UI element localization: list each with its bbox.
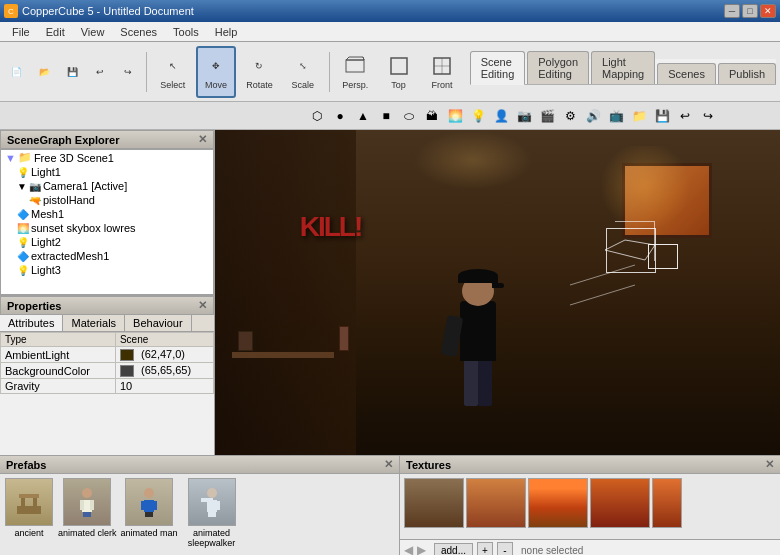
prefab-animated-man[interactable]: animated man bbox=[121, 478, 178, 538]
prefab-animated-sleepwalker[interactable]: animated sleepwalker bbox=[182, 478, 242, 548]
sg-item-2[interactable]: ▼ 📷 Camera1 [Active] bbox=[1, 179, 213, 193]
tab-publish[interactable]: Publish bbox=[718, 63, 776, 84]
tab-scene-editing[interactable]: Scene Editing bbox=[470, 51, 526, 85]
menu-file[interactable]: File bbox=[4, 24, 38, 40]
scroll-left-icon[interactable]: ◀ bbox=[404, 543, 413, 555]
prop-tab-attributes[interactable]: Attributes bbox=[0, 315, 63, 331]
undo-button[interactable]: ↩ bbox=[88, 46, 112, 98]
prefab-label-animated-sleepwalker: animated sleepwalker bbox=[182, 528, 242, 548]
select-icon: ↖ bbox=[161, 54, 185, 78]
prefab-label-ancient: ancient bbox=[14, 528, 43, 538]
scale-tool[interactable]: ⤡ Scale bbox=[283, 46, 322, 98]
prefab-ancient[interactable]: ancient bbox=[4, 478, 54, 538]
add-texture-button[interactable]: add... bbox=[434, 543, 473, 556]
open-icon: 📂 bbox=[32, 60, 56, 84]
tab-polygon-editing[interactable]: Polygon Editing bbox=[527, 51, 589, 84]
tool-14[interactable]: 📁 bbox=[628, 105, 650, 127]
top-label: Top bbox=[391, 80, 406, 90]
add-light-button[interactable]: 💡 bbox=[467, 105, 489, 127]
prop-type-ambient: AmbientLight bbox=[1, 347, 116, 363]
prop-tab-behaviour[interactable]: Behaviour bbox=[125, 315, 192, 331]
tab-scenes[interactable]: Scenes bbox=[657, 63, 716, 84]
persp-icon bbox=[343, 54, 367, 78]
save-icon: 💾 bbox=[60, 60, 84, 84]
prefabs-close[interactable]: ✕ bbox=[384, 458, 393, 471]
front-view[interactable]: Front bbox=[422, 46, 461, 98]
prop-value-gravity[interactable]: 10 bbox=[115, 379, 213, 394]
redo-button[interactable]: ↪ bbox=[116, 46, 140, 98]
add-skybox-button[interactable]: 🌅 bbox=[444, 105, 466, 127]
texture-minus-button[interactable]: - bbox=[497, 542, 513, 555]
add-character-button[interactable]: 👤 bbox=[490, 105, 512, 127]
sg-item-1[interactable]: 💡 Light1 bbox=[1, 165, 213, 179]
move-tool[interactable]: ✥ Move bbox=[196, 46, 235, 98]
tex-thumb-0[interactable] bbox=[404, 478, 464, 528]
tex-thumb-3[interactable] bbox=[590, 478, 650, 528]
add-cylinder-button[interactable]: ⬭ bbox=[398, 105, 420, 127]
textures-header: Textures ✕ bbox=[400, 456, 780, 474]
add-sphere-button[interactable]: ⬡ bbox=[306, 105, 328, 127]
persp-view[interactable]: Persp. bbox=[336, 46, 375, 98]
sg-item-8[interactable]: 💡 Light3 bbox=[1, 263, 213, 277]
menu-scenes[interactable]: Scenes bbox=[112, 24, 165, 40]
add-terrain-button[interactable]: 🏔 bbox=[421, 105, 443, 127]
maximize-button[interactable]: □ bbox=[742, 4, 758, 18]
prefab-animated-clerk[interactable]: animated clerk bbox=[58, 478, 117, 538]
save-button[interactable]: 💾 bbox=[60, 46, 84, 98]
prop-type-gravity: Gravity bbox=[1, 379, 116, 394]
properties-close[interactable]: ✕ bbox=[198, 299, 207, 312]
scene-graph-close[interactable]: ✕ bbox=[198, 133, 207, 146]
add-box-button[interactable]: ■ bbox=[375, 105, 397, 127]
menu-tools[interactable]: Tools bbox=[165, 24, 207, 40]
minimize-button[interactable]: ─ bbox=[724, 4, 740, 18]
titlebar-left: C CopperCube 5 - Untitled Document bbox=[4, 4, 194, 18]
tab-light-mapping[interactable]: Light Mapping bbox=[591, 51, 655, 84]
tex-thumb-4[interactable] bbox=[652, 478, 682, 528]
menu-view[interactable]: View bbox=[73, 24, 113, 40]
ambient-color-box bbox=[120, 349, 134, 361]
viewport[interactable]: KILL! bbox=[215, 130, 780, 455]
select-tool[interactable]: ↖ Select bbox=[153, 46, 192, 98]
sound-button[interactable]: 🔊 bbox=[582, 105, 604, 127]
tool-16[interactable]: ↩ bbox=[674, 105, 696, 127]
rotate-tool[interactable]: ↻ Rotate bbox=[240, 46, 279, 98]
add-camera-button[interactable]: 📷 bbox=[513, 105, 535, 127]
prop-tab-materials[interactable]: Materials bbox=[63, 315, 125, 331]
tool-15[interactable]: 💾 bbox=[651, 105, 673, 127]
svg-rect-22 bbox=[141, 501, 145, 510]
properties-panel: Properties ✕ Attributes Materials Behavi… bbox=[0, 295, 214, 455]
new-button[interactable]: 📄 bbox=[4, 46, 28, 98]
front-label: Front bbox=[431, 80, 452, 90]
menu-edit[interactable]: Edit bbox=[38, 24, 73, 40]
texture-plus-button[interactable]: + bbox=[477, 542, 493, 555]
scene-graph-list[interactable]: ▼ 📁 Free 3D Scene1 💡 Light1 ▼ 📷 Camera1 … bbox=[0, 149, 214, 295]
scroll-right-icon[interactable]: ▶ bbox=[417, 543, 426, 555]
sg-item-5[interactable]: 🌅 sunset skybox lowres bbox=[1, 221, 213, 235]
scene-text: KILL! bbox=[300, 211, 362, 243]
tex-thumb-1[interactable] bbox=[466, 478, 526, 528]
video-button[interactable]: 📺 bbox=[605, 105, 627, 127]
wirebox-2 bbox=[648, 244, 678, 269]
sg-item-4[interactable]: 🔷 Mesh1 bbox=[1, 207, 213, 221]
menu-help[interactable]: Help bbox=[207, 24, 246, 40]
front-icon bbox=[430, 54, 454, 78]
sg-item-7[interactable]: 🔷 extractedMesh1 bbox=[1, 249, 213, 263]
tab-area: Scene Editing Polygon Editing Light Mapp… bbox=[470, 59, 776, 85]
close-button[interactable]: ✕ bbox=[760, 4, 776, 18]
sg-item-0[interactable]: ▼ 📁 Free 3D Scene1 bbox=[1, 150, 213, 165]
add-sphere2-button[interactable]: ● bbox=[329, 105, 351, 127]
sg-item-3[interactable]: 🔫 pistolHand bbox=[1, 193, 213, 207]
open-button[interactable]: 📂 bbox=[32, 46, 56, 98]
textures-close[interactable]: ✕ bbox=[765, 458, 774, 471]
prop-row-bg: BackgroundColor (65,65,65) bbox=[1, 363, 214, 379]
top-view[interactable]: Top bbox=[379, 46, 418, 98]
prefab-thumb-animated-clerk bbox=[63, 478, 111, 526]
add-triangle-button[interactable]: ▲ bbox=[352, 105, 374, 127]
add-animation-button[interactable]: 🎬 bbox=[536, 105, 558, 127]
settings-button[interactable]: ⚙ bbox=[559, 105, 581, 127]
titlebar-buttons[interactable]: ─ □ ✕ bbox=[724, 4, 776, 18]
rotate-icon: ↻ bbox=[247, 54, 271, 78]
tool-17[interactable]: ↪ bbox=[697, 105, 719, 127]
tex-thumb-2[interactable] bbox=[528, 478, 588, 528]
sg-item-6[interactable]: 💡 Light2 bbox=[1, 235, 213, 249]
